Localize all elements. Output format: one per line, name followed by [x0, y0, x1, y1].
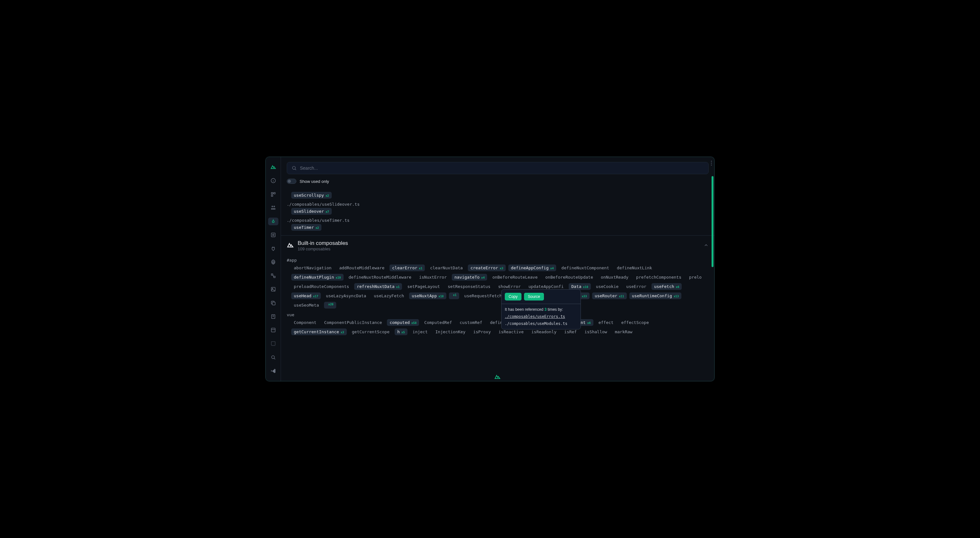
composable-tag[interactable]: refreshNuxtDatax1 — [354, 283, 402, 290]
components-icon[interactable] — [268, 204, 278, 212]
composables-icon[interactable] — [268, 217, 278, 225]
svg-point-13 — [272, 234, 274, 236]
vscode-icon[interactable] — [268, 367, 278, 375]
composable-tag[interactable]: inject — [410, 329, 430, 335]
composable-tag[interactable]: useLazyAsyncData — [323, 292, 369, 299]
composable-tag[interactable]: isRef — [562, 329, 579, 335]
info-icon[interactable] — [268, 177, 278, 185]
composable-tag[interactable]: useCookie — [593, 283, 621, 290]
composable-tag[interactable]: clearNuxtData — [427, 265, 465, 271]
inspect-icon[interactable] — [268, 231, 278, 239]
composable-tag[interactable]: isReactive — [496, 329, 526, 335]
copy-icon[interactable] — [268, 299, 278, 307]
settings-icon[interactable] — [268, 259, 278, 266]
source-button[interactable]: Source — [524, 293, 544, 300]
scrollbar[interactable] — [711, 176, 713, 378]
composable-tag[interactable]: useHeadx17 — [291, 292, 321, 299]
composable-tag[interactable]: addRouteMiddleware — [337, 265, 387, 271]
composable-tag[interactable]: navigateTox4 — [452, 274, 487, 281]
composable-tag[interactable]: x20 — [324, 302, 336, 308]
scrollbar-thumb[interactable] — [711, 176, 713, 267]
section-header[interactable]: Built-in composables 109 composables — [287, 236, 709, 254]
composable-tag[interactable]: computedx58 — [387, 319, 419, 326]
svg-rect-12 — [271, 233, 275, 237]
composable-tag[interactable]: useSeoMeta — [291, 302, 321, 308]
book-icon[interactable] — [268, 313, 278, 321]
composable-tag[interactable]: isShallow — [582, 329, 609, 335]
composable-tag[interactable]: Datax10 — [569, 283, 591, 290]
nuxt-bottom-icon[interactable] — [495, 375, 501, 380]
composable-tag[interactable]: useNuxtAppx18 — [409, 292, 446, 299]
nuxt-logo-icon[interactable] — [268, 163, 278, 171]
composable-tag[interactable]: useRequestFetch — [462, 292, 504, 299]
composable-tag[interactable]: getCurrentScope — [349, 329, 392, 335]
svg-point-11 — [274, 208, 275, 209]
reference-popover: Copy Source It has been referenced 3 tim… — [501, 289, 581, 329]
composable-tag[interactable]: useScrollspyx2 — [291, 192, 332, 199]
composable-tag[interactable]: useTimerx2 — [291, 224, 321, 231]
composable-tag[interactable]: getCurrentInstancex3 — [291, 329, 347, 335]
composable-tag[interactable]: setPageLayout — [404, 283, 442, 290]
svg-line-17 — [273, 275, 274, 277]
nuxt-icon — [287, 242, 294, 250]
composable-tag[interactable]: useSlideoverx7 — [291, 208, 332, 215]
composable-tag[interactable]: preloadRouteComponents — [291, 283, 352, 290]
copy-button[interactable]: Copy — [505, 293, 522, 300]
composable-tag[interactable]: onNuxtReady — [598, 274, 631, 281]
search-box[interactable] — [287, 162, 709, 174]
modules-icon[interactable] — [268, 272, 278, 279]
composable-tag[interactable]: clearErrorx1 — [390, 265, 425, 271]
composable-tag[interactable]: createErrorx3 — [468, 265, 506, 271]
composable-tag[interactable]: setResponseStatus — [445, 283, 493, 290]
composable-tag[interactable]: useError — [624, 283, 649, 290]
composable-tag[interactable]: isNuxtError — [417, 274, 449, 281]
composable-tag[interactable]: prefetchComponents — [633, 274, 684, 281]
svg-line-30 — [295, 169, 296, 170]
composable-tag[interactable]: useLazyFetch — [371, 292, 407, 299]
topbar: Show used only — [281, 157, 714, 188]
composable-tag[interactable]: ComponentPublicInstance — [321, 319, 384, 326]
ref-link[interactable]: ./composables/useModules.ts — [505, 321, 578, 326]
ref-link[interactable]: ./composables/useErrors.ts — [505, 314, 578, 319]
composable-tag[interactable]: onBeforeRouteUpdate — [542, 274, 596, 281]
composable-tag[interactable]: isProxy — [471, 329, 493, 335]
composable-tag[interactable]: useFetchx6 — [652, 283, 682, 290]
composable-tag[interactable]: Component — [291, 319, 319, 326]
composable-tag[interactable]: InjectionKey — [433, 329, 468, 335]
composable-tag[interactable]: effect — [596, 319, 616, 326]
composable-tag[interactable]: defineNuxtComponent — [559, 265, 612, 271]
svg-point-29 — [293, 166, 296, 169]
layout-icon[interactable] — [268, 326, 278, 334]
composable-tag[interactable]: defineNuxtLink — [614, 265, 655, 271]
image-icon[interactable] — [268, 286, 278, 293]
plugin-icon[interactable] — [268, 245, 278, 252]
composable-tag[interactable]: defineNuxtRouteMiddleware — [346, 274, 414, 281]
composable-tag[interactable]: useRouterx11 — [592, 292, 627, 299]
search-icon — [291, 166, 297, 171]
composable-tag[interactable]: defineNuxtPluginx19 — [291, 274, 344, 281]
composable-tag[interactable]: isReadonly — [529, 329, 559, 335]
toggle-row: Show used only — [287, 179, 709, 184]
svg-rect-15 — [271, 274, 273, 275]
vue-tags: ComponentComponentPublicInstancecomputed… — [291, 319, 709, 335]
composable-tag[interactable]: customRef — [457, 319, 485, 326]
composable-tag[interactable]: hx5 — [395, 329, 407, 335]
terminal-icon[interactable] — [268, 340, 278, 347]
composable-tag[interactable]: updateAppConfi — [526, 283, 566, 290]
pages-icon[interactable] — [268, 191, 278, 198]
popover-text: times by: — [547, 307, 563, 312]
composable-tag[interactable]: useRuntimeConfigx13 — [629, 292, 682, 299]
composable-tag[interactable]: markRaw — [612, 329, 635, 335]
search-input[interactable] — [300, 166, 704, 171]
composable-tag[interactable]: ComputedRef — [422, 319, 454, 326]
composable-tag[interactable]: effectScope — [619, 319, 652, 326]
composable-tag[interactable]: showError — [495, 283, 523, 290]
composable-tag[interactable]: x1 — [449, 292, 459, 299]
search-icon[interactable] — [268, 353, 278, 361]
composable-tag[interactable]: prelo — [687, 274, 704, 281]
composable-tag[interactable]: abortNavigation — [291, 265, 334, 271]
chevron-up-icon[interactable] — [703, 243, 709, 249]
composable-tag[interactable]: onBeforeRouteLeave — [490, 274, 540, 281]
used-only-toggle[interactable] — [287, 179, 296, 184]
composable-tag[interactable]: defineAppConfigx4 — [508, 265, 556, 271]
